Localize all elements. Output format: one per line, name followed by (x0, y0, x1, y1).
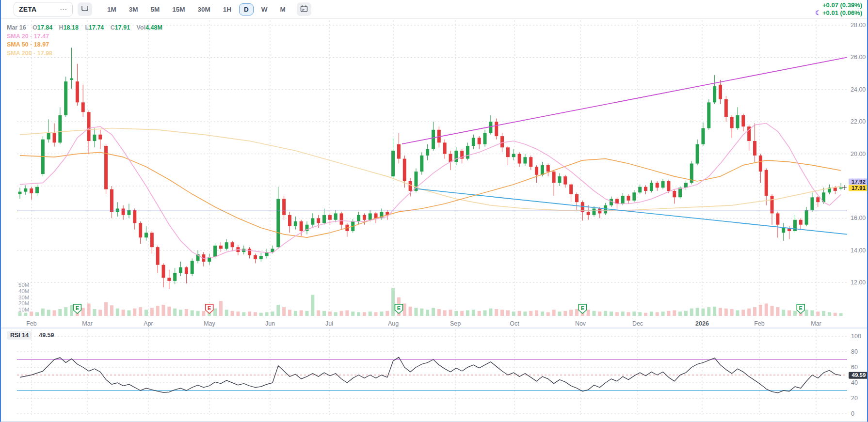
tf-button-w[interactable]: W (257, 3, 273, 16)
sma50-line (20, 152, 841, 237)
legend-open: 17.84 (37, 24, 52, 31)
bracket-icon (80, 5, 89, 14)
moon-icon: ☾ (815, 9, 821, 16)
svg-text:Sep: Sep (450, 320, 461, 327)
svg-text:0: 0 (851, 410, 854, 417)
symbol-search-box[interactable]: ZETA ··· (14, 2, 73, 16)
svg-text:Nov: Nov (575, 320, 586, 327)
svg-text:22.00: 22.00 (851, 118, 866, 125)
date-range-button[interactable] (297, 2, 311, 16)
svg-text:20.00: 20.00 (851, 151, 866, 157)
svg-text:Dec: Dec (632, 320, 643, 327)
svg-text:Mar: Mar (82, 320, 93, 327)
timeframe-row: 1M3M5M15M30M1HDWM (101, 3, 292, 16)
rsi-current-value: 49.59 (39, 332, 54, 339)
rsi-legend: RSI 14 49.59 (7, 331, 54, 340)
svg-text:20M: 20M (18, 300, 29, 306)
svg-text:28.00: 28.00 (851, 22, 866, 29)
legend-date: Mar 16 (7, 24, 26, 31)
svg-text:49.59: 49.59 (852, 372, 866, 378)
svg-text:E: E (208, 305, 211, 311)
symbol-more-icon[interactable]: ··· (60, 6, 67, 13)
svg-text:May: May (204, 320, 215, 327)
svg-text:Feb: Feb (754, 320, 765, 327)
svg-text:30M: 30M (18, 295, 29, 300)
svg-text:E: E (76, 305, 79, 311)
svg-text:100: 100 (851, 333, 861, 340)
calendar-icon (300, 5, 308, 14)
tf-button-m[interactable]: M (275, 3, 290, 16)
svg-text:40: 40 (851, 379, 858, 386)
svg-text:2026: 2026 (695, 320, 709, 327)
svg-text:Oct: Oct (510, 320, 519, 327)
tf-button-30m[interactable]: 30M (193, 3, 215, 16)
tf-button-5m[interactable]: 5M (146, 3, 165, 16)
rsi-value-badge: 49.59 (849, 372, 868, 379)
ohlc-legend: Mar 16 O17.84 H18.18 L17.74 C17.91 Vol4.… (7, 24, 167, 58)
candles (18, 47, 843, 289)
svg-text:14.00: 14.00 (851, 247, 866, 254)
price-gridlines (17, 25, 847, 282)
sma200-legend[interactable]: SMA 200 · 17.98 (7, 49, 167, 58)
svg-text:17.91: 17.91 (852, 185, 866, 191)
svg-text:Mar: Mar (811, 320, 821, 327)
chart-style-button[interactable] (78, 2, 92, 16)
rsi-indicator-label[interactable]: RSI 14 (7, 331, 32, 340)
trading-app-window: EEEEE28.0026.0024.0022.0020.0018.0016.00… (0, 0, 868, 422)
price-axis-labels[interactable]: 28.0026.0024.0022.0020.0018.0016.0014.00… (851, 22, 866, 286)
svg-text:E: E (581, 305, 584, 311)
sma200-line (20, 128, 841, 210)
svg-text:80: 80 (851, 348, 858, 355)
sma20-legend[interactable]: SMA 20 · 17.47 (7, 32, 167, 41)
price-chart-svg[interactable]: EEEEE28.0026.0024.0022.0020.0018.0016.00… (1, 0, 868, 422)
legend-close: 17.91 (115, 24, 130, 31)
tf-button-1m[interactable]: 1M (102, 3, 121, 16)
tf-button-15m[interactable]: 15M (167, 3, 190, 16)
svg-text:Jun: Jun (265, 320, 275, 327)
tf-button-d[interactable]: D (239, 3, 254, 16)
tf-button-1h[interactable]: 1H (218, 3, 236, 16)
svg-text:E: E (799, 305, 803, 311)
svg-text:60: 60 (851, 364, 858, 371)
symbol-ticker: ZETA (19, 5, 36, 13)
after-hours-change: +0.01 (0.06%) (822, 9, 862, 16)
svg-text:16.00: 16.00 (851, 215, 866, 221)
month-gridlines (32, 20, 816, 415)
ascending-channel-line (402, 57, 847, 144)
last-price-marker (842, 185, 847, 190)
svg-text:Aug: Aug (388, 320, 399, 327)
toolbar: ZETA ··· 1M3M5M15M30M1HDWM (1, 0, 867, 18)
svg-text:17.92: 17.92 (852, 179, 866, 185)
svg-text:Feb: Feb (26, 320, 37, 327)
ohlc-row: Mar 16 O17.84 H18.18 L17.74 C17.91 Vol4.… (7, 24, 167, 32)
volume-axis-labels: 50M40M30M20M10M (18, 282, 29, 313)
svg-text:40M: 40M (18, 288, 29, 294)
volume-bars (18, 288, 843, 316)
svg-text:20: 20 (851, 395, 858, 402)
svg-text:26.00: 26.00 (851, 54, 866, 61)
chart-canvas[interactable]: EEEEE28.0026.0024.0022.0020.0018.0016.00… (1, 0, 868, 422)
regular-session-change: +0.07 (0.39%) (815, 1, 862, 9)
svg-text:12.00: 12.00 (851, 279, 866, 286)
svg-text:Apr: Apr (144, 320, 153, 327)
month-axis-labels[interactable]: FebMarAprMayJunJulAugSepOctNovDec2026Feb… (26, 320, 821, 327)
tf-button-3m[interactable]: 3M (124, 3, 143, 16)
svg-text:Jul: Jul (325, 320, 333, 327)
sma50-legend[interactable]: SMA 50 · 18.97 (7, 41, 167, 49)
svg-text:24.00: 24.00 (851, 86, 866, 93)
quote-change-block: +0.07 (0.39%) ☾+0.01 (0.06%) (815, 1, 862, 17)
svg-text:10M: 10M (18, 307, 29, 313)
price-badges: 17.9217.91 (849, 179, 868, 191)
legend-volume: 4.48M (145, 24, 162, 31)
descending-support-line (417, 189, 847, 234)
rsi-level-lines (17, 359, 847, 391)
svg-text:50M: 50M (18, 282, 29, 288)
legend-low: 17.74 (89, 24, 104, 31)
legend-high: 18.18 (64, 24, 79, 31)
svg-text:E: E (397, 305, 401, 311)
sma20-line (20, 124, 841, 259)
